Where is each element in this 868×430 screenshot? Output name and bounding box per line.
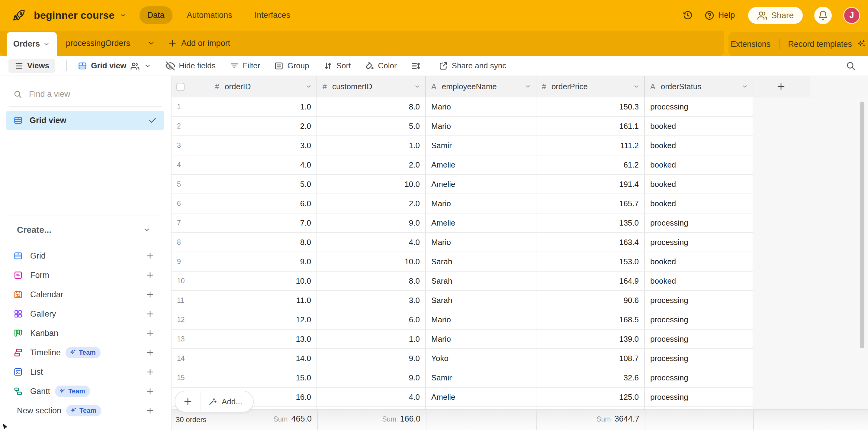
tab-data[interactable]: Data: [140, 6, 173, 24]
cell-orderPrice[interactable]: 168.5: [536, 310, 645, 329]
sum-customerID[interactable]: Sum166.0: [322, 414, 421, 424]
cell-employeeName[interactable]: Samir: [426, 368, 536, 387]
column-header-orderPrice[interactable]: # orderPrice: [536, 76, 645, 97]
share-button[interactable]: Share: [748, 7, 803, 24]
find-view-search[interactable]: Find a view: [0, 89, 171, 99]
cell-employeeName[interactable]: Amelie: [426, 213, 536, 232]
cell-orderStatus[interactable]: booked: [645, 136, 753, 155]
cell-orderStatus[interactable]: processing: [645, 329, 753, 348]
cell-customerID[interactable]: 2.0: [317, 155, 426, 174]
cell-customerID[interactable]: 10.0: [317, 252, 426, 271]
sort-button[interactable]: Sort: [323, 61, 351, 71]
table-tab-processing-orders[interactable]: processingOrders: [66, 31, 130, 56]
tables-chevron-down-icon[interactable]: [147, 31, 155, 56]
cell-orderID[interactable]: 11.0: [172, 97, 317, 116]
help-button[interactable]: Help: [704, 10, 735, 21]
cell-customerID[interactable]: 4.0: [317, 388, 426, 406]
cell-customerID[interactable]: 1.0: [317, 329, 426, 348]
cell-orderStatus[interactable]: processing: [645, 97, 753, 116]
column-header-orderID[interactable]: # orderID: [172, 76, 317, 97]
cell-customerID[interactable]: 4.0: [317, 233, 426, 252]
add-record-button[interactable]: Add...: [175, 391, 254, 412]
record-templates-button[interactable]: Record templates: [788, 39, 866, 49]
add-or-import-button[interactable]: Add or import: [168, 31, 230, 56]
cell-customerID[interactable]: 2.0: [317, 194, 426, 213]
cell-orderPrice[interactable]: 163.4: [536, 233, 645, 252]
cell-orderID[interactable]: 1010.0: [172, 271, 317, 290]
views-button[interactable]: Views: [8, 59, 55, 73]
create-item-gallery[interactable]: Gallery: [8, 304, 163, 323]
cell-orderPrice[interactable]: 90.6: [536, 291, 645, 310]
cell-orderPrice[interactable]: 108.7: [536, 349, 645, 368]
cell-customerID[interactable]: 1.0: [317, 136, 426, 155]
cell-orderID[interactable]: 22.0: [172, 117, 317, 136]
cell-customerID[interactable]: 8.0: [317, 271, 426, 290]
cell-orderID[interactable]: 1515.0: [172, 368, 317, 387]
cell-orderStatus[interactable]: processing: [645, 349, 753, 368]
cell-orderStatus[interactable]: processing: [645, 368, 753, 387]
cell-orderStatus[interactable]: booked: [645, 271, 753, 290]
cell-customerID[interactable]: [317, 407, 426, 409]
rocket-logo-icon[interactable]: [12, 8, 26, 22]
cell-orderPrice[interactable]: 125.0: [536, 388, 645, 406]
cell-employeeName[interactable]: Mario: [426, 194, 536, 213]
cell-employeeName[interactable]: Sarah: [426, 291, 536, 310]
hide-fields-button[interactable]: Hide fields: [165, 61, 215, 71]
extensions-button[interactable]: Extensions: [731, 39, 770, 49]
table-tab-orders[interactable]: Orders: [7, 32, 57, 56]
create-item-grid[interactable]: Grid: [8, 246, 163, 265]
cell-orderID[interactable]: 99.0: [172, 252, 317, 271]
cell-orderPrice[interactable]: [536, 407, 645, 409]
cell-orderID[interactable]: 1313.0: [172, 329, 317, 348]
sidebar-view-grid-view[interactable]: Grid view: [6, 111, 164, 130]
cell-orderStatus[interactable]: booked: [645, 194, 753, 213]
create-item-form[interactable]: Form: [8, 265, 163, 285]
cell-orderStatus[interactable]: processing: [645, 388, 753, 406]
cell-orderStatus[interactable]: booked: [645, 175, 753, 194]
cell-orderStatus[interactable]: processing: [645, 291, 753, 310]
select-all-checkbox[interactable]: [176, 83, 185, 91]
cell-employeeName[interactable]: Amelie: [426, 175, 536, 194]
cell-orderPrice[interactable]: 32.6: [536, 368, 645, 387]
cell-employeeName[interactable]: Mario: [426, 117, 536, 136]
cell-orderPrice[interactable]: 150.3: [536, 97, 645, 116]
column-header-employeeName[interactable]: A employeeName: [426, 76, 536, 97]
cell-employeeName[interactable]: Amelie: [426, 155, 536, 174]
tab-automations[interactable]: Automations: [179, 6, 240, 24]
cell-orderID[interactable]: 33.0: [172, 136, 317, 155]
add-record-ai[interactable]: Add...: [208, 397, 242, 406]
cell-orderStatus[interactable]: booked: [645, 117, 753, 136]
cell-orderStatus[interactable]: [645, 407, 753, 409]
cell-orderStatus[interactable]: booked: [645, 155, 753, 174]
row-height-button[interactable]: [411, 61, 425, 71]
base-chevron-down-icon[interactable]: [119, 11, 127, 19]
cell-customerID[interactable]: 6.0: [317, 310, 426, 329]
notifications-button[interactable]: [814, 7, 832, 24]
cell-orderID[interactable]: 1212.0: [172, 310, 317, 329]
cell-employeeName[interactable]: Mario: [426, 233, 536, 252]
cell-orderID[interactable]: 1414.0: [172, 349, 317, 368]
history-icon[interactable]: [683, 10, 693, 21]
group-button[interactable]: Group: [274, 61, 309, 71]
cell-customerID[interactable]: 8.0: [317, 97, 426, 116]
color-button[interactable]: Color: [365, 61, 397, 71]
sum-orderPrice[interactable]: Sum3644.7: [534, 414, 639, 424]
cell-orderID[interactable]: 44.0: [172, 155, 317, 174]
cell-employeeName[interactable]: Sarah: [426, 252, 536, 271]
cell-orderID[interactable]: 88.0: [172, 233, 317, 252]
cell-orderPrice[interactable]: 61.2: [536, 155, 645, 174]
cell-employeeName[interactable]: Yoko: [426, 349, 536, 368]
cell-employeeName[interactable]: Samir: [426, 136, 536, 155]
cell-customerID[interactable]: 3.0: [317, 291, 426, 310]
search-icon[interactable]: [846, 61, 856, 71]
sum-orderID[interactable]: Sum465.0: [172, 414, 312, 424]
cell-customerID[interactable]: 9.0: [317, 349, 426, 368]
cell-orderID[interactable]: 77.0: [172, 213, 317, 232]
cell-customerID[interactable]: 9.0: [317, 213, 426, 232]
cell-employeeName[interactable]: [426, 407, 536, 409]
share-and-sync-button[interactable]: Share and sync: [438, 61, 506, 71]
cell-orderStatus[interactable]: processing: [645, 310, 753, 329]
avatar[interactable]: J: [843, 7, 860, 24]
cell-employeeName[interactable]: Mario: [426, 310, 536, 329]
cell-orderPrice[interactable]: 153.0: [536, 252, 645, 271]
